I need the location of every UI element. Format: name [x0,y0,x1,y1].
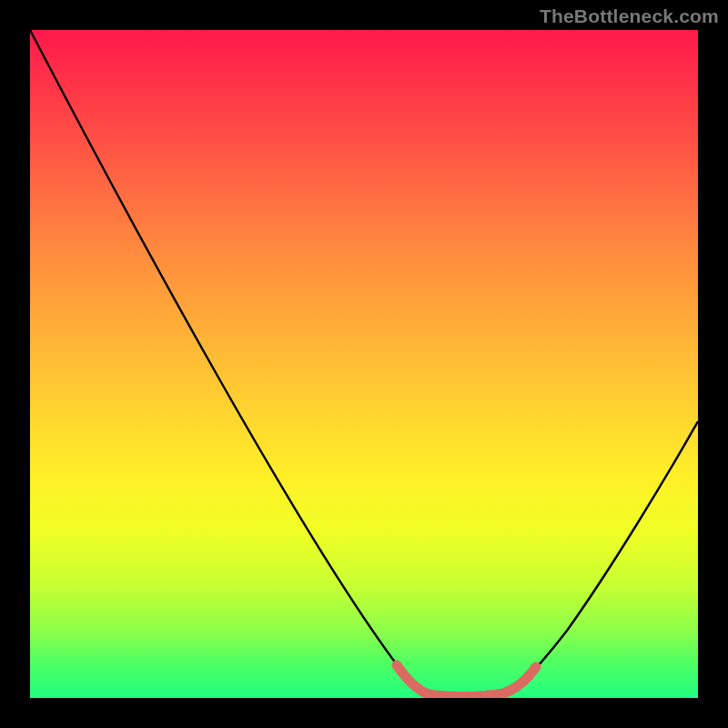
highlight-left [397,665,427,693]
highlight-bottom [427,693,505,696]
bottleneck-curve [30,30,698,698]
curve-path-main [30,30,698,696]
plot-area [30,30,698,698]
watermark-text: TheBottleneck.com [540,5,719,27]
chart-frame: TheBottleneck.com [0,0,728,728]
highlight-right [505,667,536,693]
